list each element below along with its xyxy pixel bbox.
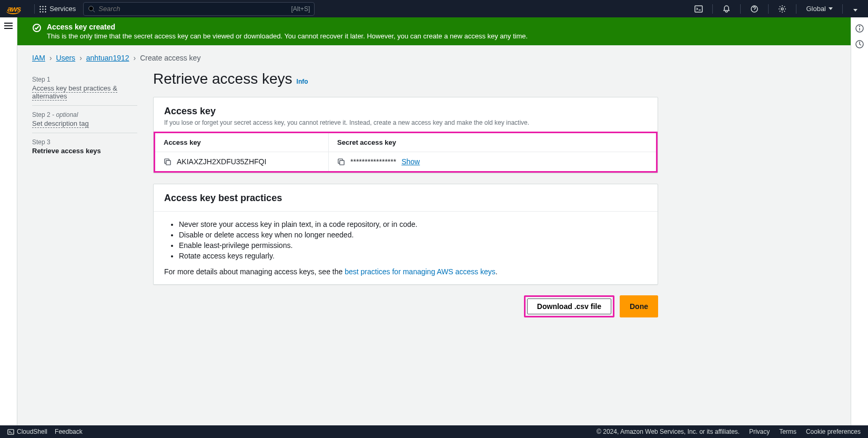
access-key-value: AKIAXZJH2XDFU35ZHFQI: [177, 157, 266, 166]
info-panel-icon[interactable]: [855, 24, 864, 33]
step-3: Step 3 Retrieve access keys: [32, 133, 137, 160]
diagnostics-icon[interactable]: [855, 39, 864, 49]
download-csv-button[interactable]: Download .csv file: [527, 298, 611, 314]
breadcrumb-user[interactable]: anhtuan1912: [86, 54, 129, 62]
step-label: Step 3: [32, 138, 137, 146]
bell-icon[interactable]: [717, 0, 736, 17]
page-title: Retrieve access keys: [153, 71, 292, 87]
divider: [34, 4, 35, 14]
panel-desc: If you lose or forget your secret access…: [164, 119, 647, 126]
access-key-panel: Access key If you lose or forget your se…: [153, 97, 658, 173]
cloudshell-icon: [7, 429, 14, 435]
done-button[interactable]: Done: [620, 295, 658, 317]
step-2: Step 2 - optional Set description tag: [32, 106, 137, 133]
panel-heading: Access key best practices: [164, 193, 647, 204]
step-label: Step 1: [32, 76, 137, 83]
search-box[interactable]: [Alt+S]: [83, 2, 315, 16]
best-practices-list: Never store your access key in plain tex…: [164, 220, 647, 260]
chevron-right-icon: ›: [49, 54, 52, 62]
step-1: Step 1 Access key best practices & alter…: [32, 71, 137, 106]
cookie-link[interactable]: Cookie preferences: [806, 428, 861, 435]
copy-icon[interactable]: [164, 158, 171, 166]
caret-down-icon: [853, 9, 857, 12]
svg-line-1: [93, 10, 95, 12]
secret-key-column: Secret access key **************** Show: [329, 133, 656, 171]
region-selector[interactable]: Global: [801, 5, 838, 13]
step-1-name[interactable]: Access key best practices & alternatives: [32, 84, 117, 101]
check-circle-icon: [32, 23, 42, 33]
nav-right: Global: [689, 0, 864, 17]
copyright: © 2024, Amazon Web Services, Inc. or its…: [597, 428, 740, 435]
more-info: For more details about managing access k…: [164, 267, 647, 276]
breadcrumb-users[interactable]: Users: [56, 54, 76, 62]
main-column: Access key created This is the only time…: [17, 17, 851, 425]
key-table: Access key AKIAXZJH2XDFU35ZHFQI Secret a…: [155, 133, 656, 171]
list-item: Enable least-privilege permissions.: [179, 241, 647, 250]
action-buttons: Download .csv file Done: [153, 295, 658, 317]
col-header-access: Access key: [155, 133, 328, 152]
gear-icon[interactable]: [773, 0, 792, 17]
search-icon: [88, 5, 95, 13]
svg-rect-2: [695, 6, 702, 12]
content: IAM › Users › anhtuan1912 › Create acces…: [17, 45, 851, 339]
step-label: Step 2 - optional: [32, 111, 137, 118]
secret-masked: ****************: [350, 157, 396, 166]
banner-title: Access key created: [47, 23, 528, 31]
list-item: Never store your access key in plain tex…: [179, 220, 647, 228]
services-menu[interactable]: Services: [39, 5, 76, 13]
services-label: Services: [49, 5, 76, 13]
aws-logo[interactable]: aws: [4, 4, 24, 13]
highlight-annotation: Download .csv file: [524, 295, 614, 317]
breadcrumb-current: Create access key: [140, 54, 200, 62]
cloudshell-button[interactable]: CloudShell: [7, 428, 47, 435]
search-input[interactable]: [98, 5, 291, 13]
breadcrumb-iam[interactable]: IAM: [32, 54, 45, 62]
chevron-right-icon: ›: [134, 54, 136, 62]
svg-point-7: [860, 26, 860, 27]
help-icon[interactable]: [745, 0, 764, 17]
list-item: Disable or delete access key when no lon…: [179, 231, 647, 239]
region-label: Global: [806, 5, 826, 13]
right-column: Retrieve access keys Info Access key If …: [153, 71, 658, 317]
terms-link[interactable]: Terms: [779, 428, 796, 435]
footer: CloudShell Feedback © 2024, Amazon Web S…: [0, 425, 868, 438]
left-gutter: [0, 17, 17, 425]
feedback-link[interactable]: Feedback: [55, 428, 83, 435]
breadcrumb: IAM › Users › anhtuan1912 › Create acces…: [32, 54, 840, 62]
show-secret-link[interactable]: Show: [401, 157, 420, 166]
svg-rect-11: [340, 160, 344, 164]
hamburger-icon[interactable]: [4, 23, 13, 29]
svg-point-4: [781, 8, 783, 10]
account-menu[interactable]: [847, 5, 864, 13]
cloudshell-icon[interactable]: [689, 0, 708, 17]
highlight-annotation: Access key AKIAXZJH2XDFU35ZHFQI Secret a…: [154, 132, 658, 173]
banner-body: This is the only time that the secret ac…: [47, 32, 528, 40]
best-practices-link[interactable]: best practices for managing AWS access k…: [345, 267, 496, 276]
search-shortcut: [Alt+S]: [291, 5, 310, 13]
info-link[interactable]: Info: [297, 78, 308, 85]
grid-icon: [39, 5, 46, 13]
panel-heading: Access key: [164, 106, 647, 117]
wizard-steps: Step 1 Access key best practices & alter…: [32, 71, 137, 317]
privacy-link[interactable]: Privacy: [749, 428, 770, 435]
step-3-name: Retrieve access keys: [32, 147, 137, 155]
svg-point-0: [89, 6, 94, 11]
col-header-secret: Secret access key: [329, 133, 656, 152]
caret-down-icon: [829, 7, 833, 10]
chevron-right-icon: ›: [79, 54, 82, 62]
top-nav: aws Services [Alt+S] Global: [0, 0, 868, 17]
list-item: Rotate access keys regularly.: [179, 252, 647, 260]
svg-rect-10: [166, 160, 170, 164]
copy-icon[interactable]: [337, 158, 345, 166]
main-area: Access key created This is the only time…: [0, 17, 851, 425]
access-key-column: Access key AKIAXZJH2XDFU35ZHFQI: [155, 133, 329, 171]
step-2-name[interactable]: Set description tag: [32, 120, 89, 128]
success-banner: Access key created This is the only time…: [17, 17, 851, 45]
right-rail: [851, 17, 868, 425]
best-practices-panel: Access key best practices Never store yo…: [153, 184, 658, 285]
